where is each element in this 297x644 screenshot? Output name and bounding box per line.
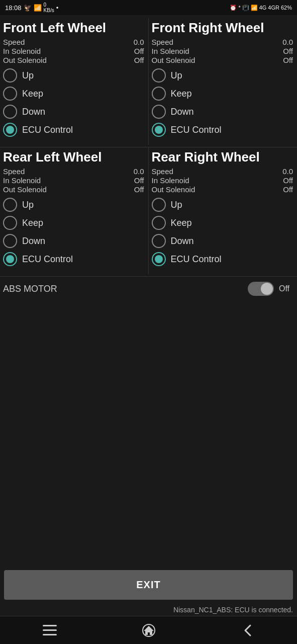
front-right-ecu-radio[interactable] bbox=[152, 123, 166, 137]
front-left-out-solenoid: Out Solenoid Off bbox=[3, 56, 144, 64]
front-right-in-solenoid: In Solenoid Off bbox=[152, 47, 293, 55]
front-right-ecu[interactable]: ECU Control bbox=[152, 123, 293, 137]
nav-home-button[interactable] bbox=[137, 618, 161, 642]
svg-rect-2 bbox=[43, 634, 57, 635]
rear-right-up-radio[interactable] bbox=[152, 198, 166, 212]
ecu-status-bar: Nissan_NC1_ABS: ECU is connected. bbox=[0, 604, 297, 616]
status-right: ⏰ * 📳 📶 4G 4GR 62% bbox=[230, 5, 292, 11]
rear-right-keep[interactable]: Keep bbox=[152, 216, 293, 230]
rear-left-radio-group: Up Keep Down ECU Control bbox=[3, 198, 144, 266]
network-4g: 4G bbox=[259, 5, 267, 11]
rear-left-keep-radio[interactable] bbox=[3, 216, 17, 230]
front-left-keep[interactable]: Keep bbox=[3, 87, 144, 101]
dot-icon: • bbox=[56, 4, 59, 12]
rear-left-up[interactable]: Up bbox=[3, 198, 144, 212]
front-left-down[interactable]: Down bbox=[3, 105, 144, 119]
rear-left-speed: Speed 0.0 bbox=[3, 167, 144, 176]
exit-button[interactable]: EXIT bbox=[4, 570, 293, 600]
front-right-title: Front Right Wheel bbox=[152, 20, 293, 36]
rear-left-ecu[interactable]: ECU Control bbox=[3, 252, 144, 266]
network-icon: 📶 bbox=[34, 4, 42, 12]
toggle-knob bbox=[261, 283, 273, 295]
main-content: Front Left Wheel Speed 0.0 In Solenoid O… bbox=[0, 15, 297, 570]
data-counter: 0KB/s bbox=[44, 2, 54, 13]
front-left-up-radio[interactable] bbox=[3, 68, 17, 83]
svg-rect-1 bbox=[43, 629, 57, 631]
abs-motor-label: ABS MOTOR bbox=[3, 284, 243, 294]
abs-motor-value: Off bbox=[279, 284, 294, 293]
time-label: 18:08 bbox=[5, 4, 22, 12]
wifi-icon: 📶 bbox=[251, 5, 258, 11]
bluetooth-icon: * bbox=[238, 5, 240, 11]
nav-back-button[interactable] bbox=[236, 618, 260, 642]
front-right-keep[interactable]: Keep bbox=[152, 87, 293, 101]
rear-left-up-radio[interactable] bbox=[3, 198, 17, 212]
nav-menu-button[interactable] bbox=[38, 618, 62, 642]
rear-right-down-radio[interactable] bbox=[152, 234, 166, 248]
front-left-up[interactable]: Up bbox=[3, 68, 144, 83]
front-left-ecu[interactable]: ECU Control bbox=[3, 123, 144, 137]
rear-wheels-grid: Rear Left Wheel Speed 0.0 In Solenoid Of… bbox=[0, 147, 297, 277]
front-left-in-solenoid: In Solenoid Off bbox=[3, 47, 144, 55]
rear-left-keep[interactable]: Keep bbox=[3, 216, 144, 230]
front-left-keep-radio[interactable] bbox=[3, 87, 17, 101]
rear-left-out-solenoid: Out Solenoid Off bbox=[3, 185, 144, 194]
rear-right-out-solenoid: Out Solenoid Off bbox=[152, 185, 293, 194]
rear-right-keep-radio[interactable] bbox=[152, 216, 166, 230]
rear-right-title: Rear Right Wheel bbox=[152, 149, 293, 165]
front-right-down-radio[interactable] bbox=[152, 105, 166, 119]
front-right-up[interactable]: Up bbox=[152, 68, 293, 83]
status-bar: 18:08 🦅 📶 0KB/s • ⏰ * 📳 📶 4G 4GR 62% bbox=[0, 0, 297, 15]
signal-icon: 🦅 bbox=[24, 4, 32, 12]
rear-left-ecu-radio[interactable] bbox=[3, 252, 17, 266]
front-left-radio-group: Up Keep Down ECU Control bbox=[3, 68, 144, 137]
rear-left-down[interactable]: Down bbox=[3, 234, 144, 248]
nav-bar bbox=[0, 616, 297, 644]
front-right-keep-radio[interactable] bbox=[152, 87, 166, 101]
front-right-speed: Speed 0.0 bbox=[152, 38, 293, 46]
front-right-section: Front Right Wheel Speed 0.0 In Solenoid … bbox=[149, 18, 298, 145]
front-left-title: Front Left Wheel bbox=[3, 20, 144, 36]
front-right-out-solenoid: Out Solenoid Off bbox=[152, 56, 293, 64]
rear-right-radio-group: Up Keep Down ECU Control bbox=[152, 198, 293, 266]
rear-right-down[interactable]: Down bbox=[152, 234, 293, 248]
front-left-ecu-radio[interactable] bbox=[3, 123, 17, 137]
rear-left-title: Rear Left Wheel bbox=[3, 149, 144, 165]
rear-right-in-solenoid: In Solenoid Off bbox=[152, 176, 293, 185]
rear-right-section: Rear Right Wheel Speed 0.0 In Solenoid O… bbox=[149, 147, 298, 274]
svg-marker-4 bbox=[144, 626, 154, 635]
ecu-status-text: Nissan_NC1_ABS: ECU is connected. bbox=[173, 606, 293, 614]
front-right-down[interactable]: Down bbox=[152, 105, 293, 119]
rear-right-up[interactable]: Up bbox=[152, 198, 293, 212]
rear-right-ecu[interactable]: ECU Control bbox=[152, 252, 293, 266]
abs-motor-row: ABS MOTOR Off bbox=[0, 277, 297, 301]
rear-left-down-radio[interactable] bbox=[3, 234, 17, 248]
front-right-radio-group: Up Keep Down ECU Control bbox=[152, 68, 293, 137]
rear-right-speed: Speed 0.0 bbox=[152, 167, 293, 176]
front-left-speed: Speed 0.0 bbox=[3, 38, 144, 46]
front-left-down-radio[interactable] bbox=[3, 105, 17, 119]
network-4gr: 4GR bbox=[268, 5, 279, 11]
alarm-icon: ⏰ bbox=[230, 5, 237, 11]
vibrate-icon: 📳 bbox=[242, 5, 249, 11]
abs-motor-toggle[interactable] bbox=[248, 282, 274, 296]
battery-label: 62% bbox=[281, 5, 292, 11]
status-left: 18:08 🦅 📶 0KB/s • bbox=[5, 2, 58, 13]
front-right-up-radio[interactable] bbox=[152, 68, 166, 83]
rear-right-ecu-radio[interactable] bbox=[152, 252, 166, 266]
rear-left-section: Rear Left Wheel Speed 0.0 In Solenoid Of… bbox=[0, 147, 149, 274]
rear-left-in-solenoid: In Solenoid Off bbox=[3, 176, 144, 185]
svg-rect-0 bbox=[43, 625, 57, 626]
front-wheels-grid: Front Left Wheel Speed 0.0 In Solenoid O… bbox=[0, 18, 297, 147]
front-left-section: Front Left Wheel Speed 0.0 In Solenoid O… bbox=[0, 18, 149, 145]
